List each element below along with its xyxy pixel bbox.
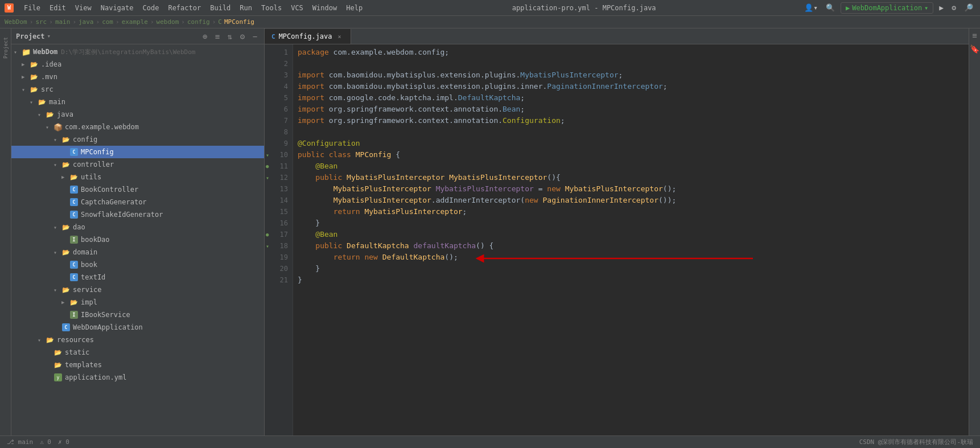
code-line-11: @Bean	[298, 161, 964, 172]
icon-src-folder: 📂	[30, 85, 39, 94]
tree-item-utils[interactable]: ▶ 📂 utils	[11, 171, 264, 183]
tree-item-com-example-webdom[interactable]: ▾ 📦 com.example.webdom	[11, 121, 264, 133]
menu-tools[interactable]: Tools	[258, 3, 285, 13]
tab-close-mpconfig[interactable]: ×	[336, 32, 344, 40]
code-content[interactable]: package com.example.webdom.config; impor…	[293, 44, 969, 435]
tree-item-dao[interactable]: ▾ 📂 dao	[11, 221, 264, 233]
tree-item-webdomapplication[interactable]: C WebDomApplication	[11, 321, 264, 334]
menu-code[interactable]: Code	[139, 3, 163, 13]
tree-item-java[interactable]: ▾ 📂 java	[11, 108, 264, 121]
tree-item-book[interactable]: C book	[11, 258, 264, 271]
run-config[interactable]: ▶ WebDomApplication ▾	[841, 2, 933, 14]
settings-btn[interactable]: ⚙	[949, 2, 958, 13]
tree-item-config[interactable]: ▾ 📂 config	[11, 133, 264, 146]
breadcrumb-src[interactable]: src	[35, 18, 47, 26]
menu-vcs[interactable]: VCS	[287, 3, 307, 13]
tree-item-textid[interactable]: C textId	[11, 271, 264, 283]
tree-item-templates[interactable]: 📂 templates	[11, 359, 264, 371]
icon-bookdao: I	[69, 235, 79, 244]
title-right: 👤▾ 🔍 ▶ WebDomApplication ▾ ▶ ⚙ 🔎	[802, 2, 975, 14]
panel-title: Project ▾	[16, 32, 51, 40]
tree-item-static[interactable]: 📂 static	[11, 346, 264, 359]
tree-item-resources[interactable]: ▾ 📂 resources	[11, 334, 264, 346]
code-line-1: package com.example.webdom.config;	[298, 47, 964, 58]
run-config-dropdown: ▾	[924, 4, 928, 12]
run-btn[interactable]: ▶	[937, 2, 946, 13]
settings-gear-btn[interactable]: ⚙	[238, 32, 247, 41]
tab-icon-mpconfig: C	[271, 33, 275, 40]
fold-icon-10[interactable]: ▾	[266, 152, 269, 158]
menu-window[interactable]: Window	[309, 3, 340, 13]
icon-service-folder: 📂	[61, 285, 71, 294]
tree-item-idea[interactable]: ▶ 📂 .idea	[11, 58, 264, 71]
locate-file-btn[interactable]: ⊕	[200, 32, 209, 41]
tree-label-com: com.example.webdom	[65, 123, 139, 131]
expand-btn[interactable]: ⇅	[225, 32, 234, 41]
menu-build[interactable]: Build	[207, 3, 234, 13]
arrow-resources: ▾	[38, 337, 46, 343]
breadcrumb-java[interactable]: java	[79, 18, 94, 26]
search-everywhere-btn[interactable]: 🔎	[962, 2, 975, 13]
breadcrumb-config-icon: C	[218, 18, 222, 26]
breadcrumb-example[interactable]: example	[122, 18, 148, 26]
panel-header: Project ▾ ⊕ ≡ ⇅ ⚙ −	[11, 28, 264, 44]
menu-refactor[interactable]: Refactor	[164, 3, 204, 13]
close-panel-btn[interactable]: −	[250, 32, 260, 41]
breadcrumb-webdom2[interactable]: webdom	[157, 18, 179, 26]
tree-item-webdom-root[interactable]: ▾ 📁 WebDom D:\学习案例\integrationMyBatis\We…	[11, 46, 264, 58]
fold-icon-18[interactable]: ▾	[266, 243, 269, 249]
arrow-mvn: ▶	[22, 74, 30, 80]
arrow-webdom: ▾	[14, 49, 22, 55]
arrow-main: ▾	[30, 99, 38, 105]
right-icon-bookmark[interactable]: 🔖	[970, 44, 979, 54]
tree-item-ibookservice[interactable]: I IBookService	[11, 309, 264, 321]
menu-file[interactable]: File	[20, 3, 44, 13]
tree-item-domain[interactable]: ▾ 📂 domain	[11, 246, 264, 258]
menu-help[interactable]: Help	[343, 3, 366, 13]
icon-config-folder: 📂	[61, 135, 71, 144]
tree-item-controller[interactable]: ▾ 📂 controller	[11, 158, 264, 171]
title-center: application-pro.yml - MPConfig.java	[366, 4, 802, 12]
bottom-left: ⎇ main ⚠ 0 ✗ 0	[7, 438, 69, 446]
breadcrumb-config[interactable]: config	[187, 18, 210, 26]
fold-icon-12[interactable]: ▾	[266, 175, 269, 181]
tree-item-impl[interactable]: ▶ 📂 impl	[11, 296, 264, 309]
menu-view[interactable]: View	[72, 3, 95, 13]
tree-item-main[interactable]: ▾ 📂 main	[11, 96, 264, 108]
icon-static-folder: 📂	[53, 348, 63, 357]
sidebar-strip-tab[interactable]: Project	[1, 31, 10, 65]
tree-item-mvn[interactable]: ▶ 📂 .mvn	[11, 71, 264, 83]
tree-item-service[interactable]: ▾ 📂 service	[11, 283, 264, 296]
profile-btn[interactable]: 👤▾	[802, 2, 820, 13]
collapse-all-btn[interactable]: ≡	[213, 32, 222, 41]
right-icon-structure[interactable]: ≡	[970, 31, 979, 40]
tree-label-config: config	[73, 135, 97, 143]
line-num-10: ▾ 10	[265, 149, 293, 161]
search-btn[interactable]: 🔍	[823, 2, 837, 13]
tree-label-webdom: WebDom	[33, 48, 57, 56]
menu-edit[interactable]: Edit	[46, 3, 69, 13]
code-line-3: import com.baomidou.mybatisplus.extensio…	[298, 69, 964, 81]
tree-item-mpconfig[interactable]: C MPConfig	[11, 146, 264, 158]
tree-item-src[interactable]: ▾ 📂 src	[11, 83, 264, 96]
breadcrumb-webdom[interactable]: WebDom	[5, 18, 27, 26]
status-git[interactable]: ⎇ main	[7, 438, 33, 446]
breadcrumb-main[interactable]: main	[55, 18, 71, 26]
tree-item-bookcontroller[interactable]: C BookController	[11, 183, 264, 196]
line-num-6: 6	[265, 104, 293, 115]
menu-navigate[interactable]: Navigate	[97, 3, 137, 13]
tree-label-java: java	[57, 110, 73, 118]
tree-item-bookdao[interactable]: I bookDao	[11, 233, 264, 246]
editor-tab-mpconfig[interactable]: C MPConfig.java ×	[265, 29, 351, 44]
tree-item-snowflakeidgenerator[interactable]: C SnowflakeIdGenerator	[11, 208, 264, 221]
panel-dropdown-icon[interactable]: ▾	[47, 32, 51, 40]
line-num-19: 19	[265, 252, 293, 263]
tree-item-application-yml[interactable]: y application.yml	[11, 371, 264, 384]
icon-webdomapplication: C	[61, 323, 71, 332]
tree-item-captchagenerator[interactable]: C CaptchaGenerator	[11, 196, 264, 208]
panel-actions: ⊕ ≡ ⇅ ⚙ −	[200, 32, 260, 41]
code-line-21: }	[298, 274, 964, 286]
menu-run[interactable]: Run	[236, 3, 256, 13]
gutter-bean-17: ●	[266, 232, 269, 237]
breadcrumb-com[interactable]: com	[102, 18, 113, 26]
